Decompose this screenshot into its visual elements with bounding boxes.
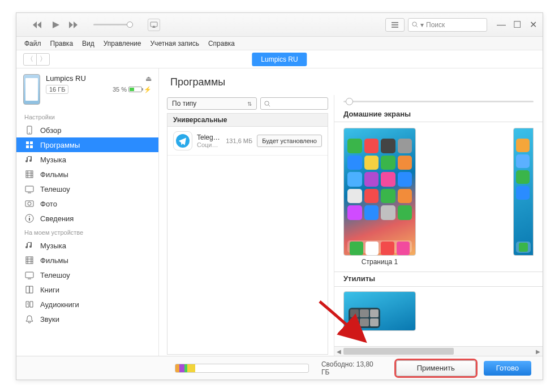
menubar: Файл Правка Вид Управление Учетная запис…: [16, 37, 543, 50]
storage-segment: [175, 364, 179, 372]
apply-button[interactable]: Применить: [396, 360, 476, 376]
scroll-left-button[interactable]: ◀: [334, 347, 343, 356]
done-button[interactable]: Готово: [484, 361, 531, 376]
sidebar-section-settings: Настройки: [16, 110, 158, 123]
sidebar-item-audiobook[interactable]: Аудиокниги: [16, 297, 158, 312]
home-app-icon: [516, 139, 530, 152]
screen-label: Страница 1: [362, 258, 398, 266]
sidebar-item-music[interactable]: Музыка: [16, 238, 158, 253]
sidebar-item-label: Аудиокниги: [40, 300, 79, 309]
maximize-button[interactable]: ☐: [512, 20, 522, 30]
sidebar-item-label: Фильмы: [40, 170, 68, 179]
sidebar-item-label: Музыка: [40, 156, 66, 164]
app-size: 131,6 МБ: [226, 137, 252, 144]
install-button[interactable]: Будет установлено: [257, 135, 322, 147]
photo-icon: [24, 199, 35, 208]
sidebar-item-label: Звуки: [40, 315, 59, 324]
device-tab[interactable]: Lumpics RU: [252, 53, 307, 66]
home-screen-2-partial[interactable]: [513, 128, 534, 256]
sidebar-item-label: Сведения: [40, 214, 74, 223]
sidebar-item-apps[interactable]: Программы: [16, 137, 158, 152]
home-app-icon: [398, 205, 412, 220]
menu-view[interactable]: Вид: [82, 40, 94, 48]
device-header: Lumpics RU ⏏ 16 ГБ 35 % ⚡: [16, 68, 158, 110]
menu-edit[interactable]: Правка: [50, 40, 74, 48]
next-button[interactable]: [68, 20, 79, 30]
utilities-screen[interactable]: [343, 291, 416, 331]
sidebar-item-photo[interactable]: Фото: [16, 196, 158, 211]
sidebar-item-film[interactable]: Фильмы: [16, 253, 158, 268]
sidebar-item-film[interactable]: Фильмы: [16, 167, 158, 182]
chevron-updown-icon: ⇅: [247, 101, 252, 107]
home-app-icon: [381, 172, 395, 187]
sort-select[interactable]: По типу ⇅: [167, 97, 257, 110]
menu-help[interactable]: Справка: [208, 40, 235, 48]
zoom-slider[interactable]: [334, 95, 543, 107]
screens-pane: Домашние экраны Страница 1: [334, 95, 543, 356]
svg-point-7: [28, 202, 31, 205]
search-input[interactable]: ▾ Поиск: [408, 18, 487, 32]
bottom-bar: Свободно: 13,80 ГБ Применить Готово: [16, 356, 543, 380]
scroll-right-button[interactable]: ▶: [534, 347, 543, 356]
home-app-icon: [398, 139, 412, 153]
telegram-icon: [173, 131, 192, 150]
utilities-header: Утилиты: [334, 272, 543, 287]
sidebar-item-music[interactable]: Музыка: [16, 152, 158, 167]
home-app-icon: [381, 205, 395, 220]
content-area: Программы По типу ⇅ Универсальные: [159, 68, 543, 356]
info-icon: [24, 214, 35, 223]
home-app-icon: [516, 186, 530, 200]
sidebar-item-info[interactable]: Сведения: [16, 211, 158, 226]
home-app-icon: [347, 172, 362, 187]
sidebar-item-label: Телешоу: [40, 271, 70, 279]
svg-point-3: [29, 132, 30, 133]
eject-button[interactable]: ⏏: [145, 75, 152, 83]
home-screen-1[interactable]: [343, 128, 416, 256]
home-app-icon: [516, 170, 530, 184]
device-thumbnail: [23, 74, 40, 105]
close-button[interactable]: ✕: [528, 20, 538, 30]
sidebar-item-device[interactable]: Обзор: [16, 123, 158, 137]
app-name: Teleg…: [197, 133, 221, 141]
svg-rect-9: [26, 257, 33, 264]
app-row[interactable]: Teleg… Соци… 131,6 МБ Будет установлено: [167, 127, 328, 156]
sidebar-item-label: Телешоу: [40, 185, 70, 193]
svg-rect-4: [26, 171, 33, 178]
search-icon: [264, 101, 270, 107]
app-search-input[interactable]: [260, 97, 328, 110]
home-app-icon: [347, 205, 362, 220]
free-space-label: Свободно: 13,80 ГБ: [321, 360, 380, 376]
list-view-button[interactable]: [385, 18, 405, 32]
sidebar-item-bell[interactable]: Звуки: [16, 312, 158, 326]
storage-bar: [175, 364, 309, 373]
menu-file[interactable]: Файл: [24, 40, 41, 48]
menu-account[interactable]: Учетная запись: [150, 40, 199, 48]
sidebar-item-book[interactable]: Книги: [16, 282, 158, 297]
home-screens-header: Домашние экраны: [334, 107, 543, 122]
tv-icon: [24, 184, 35, 193]
play-button[interactable]: [50, 20, 61, 30]
page-title: Программы: [159, 68, 543, 95]
sidebar-item-label: Фото: [40, 200, 57, 208]
sidebar: Lumpics RU ⏏ 16 ГБ 35 % ⚡ Настройки Обзо…: [16, 68, 159, 356]
nav-forward-button[interactable]: 〉: [36, 53, 50, 66]
svg-point-11: [265, 101, 269, 105]
sidebar-section-ondevice: На моем устройстве: [16, 226, 158, 238]
airplay-button[interactable]: [148, 19, 160, 31]
apps-icon: [24, 140, 35, 149]
horizontal-scrollbar[interactable]: ◀ ▶: [334, 346, 543, 356]
app-category: Соци…: [197, 141, 221, 148]
film-icon: [24, 256, 35, 265]
nav-back-button[interactable]: 〈: [23, 53, 37, 66]
home-app-icon: [364, 139, 379, 153]
home-app-icon: [347, 139, 362, 153]
prev-button[interactable]: [32, 20, 42, 30]
menu-controls[interactable]: Управление: [104, 40, 141, 48]
dock-app-icon: [366, 242, 379, 255]
svg-rect-10: [25, 272, 33, 278]
volume-slider[interactable]: [93, 24, 133, 25]
minimize-button[interactable]: —: [496, 20, 506, 30]
titlebar: ▾ Поиск — ☐ ✕: [16, 13, 543, 37]
sidebar-item-tv[interactable]: Телешоу: [16, 182, 158, 196]
sidebar-item-tv[interactable]: Телешоу: [16, 268, 158, 282]
